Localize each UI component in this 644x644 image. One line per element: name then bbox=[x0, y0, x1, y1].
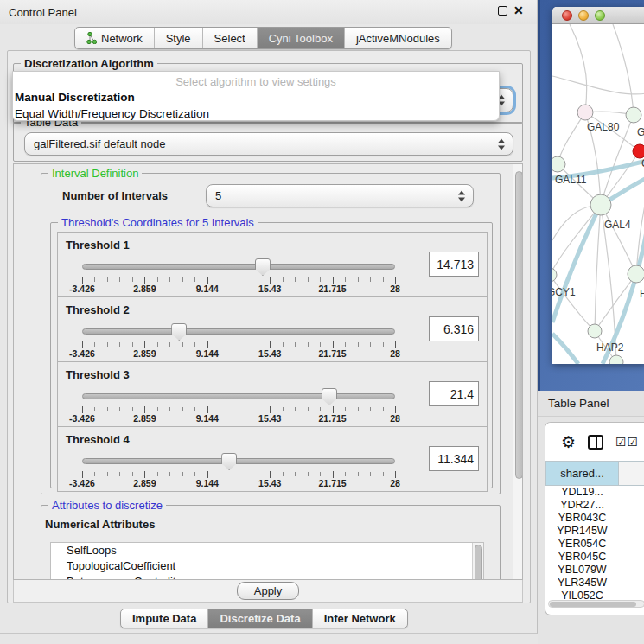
network-window-titlebar[interactable] bbox=[552, 7, 644, 24]
table-cell[interactable]: YBR0 bbox=[619, 512, 644, 525]
table-row[interactable]: YBR043CYBR0 bbox=[546, 512, 644, 525]
numerical-attributes-list[interactable]: SelfLoopsTopologicalCoefficientBetweenne… bbox=[50, 542, 484, 580]
threshold-value-field[interactable]: 21.4 bbox=[429, 381, 479, 406]
threshold-slider[interactable]: -3.4262.8599.14415.4321.71528 bbox=[82, 453, 395, 488]
network-node[interactable] bbox=[590, 194, 611, 215]
tab-impute-data[interactable]: Impute Data bbox=[121, 609, 208, 628]
tab-jactivemnodules[interactable]: jActiveMNodules bbox=[345, 28, 451, 48]
network-graph: GAL80GACGAL11GAL4GCY1HHAP2 bbox=[552, 24, 644, 364]
network-node[interactable] bbox=[552, 156, 565, 172]
table-cell[interactable]: YBR0 bbox=[619, 551, 644, 564]
threshold-label: Threshold 4 bbox=[66, 433, 130, 446]
network-edge-thick bbox=[552, 334, 578, 364]
table-cell[interactable]: YBR045C bbox=[546, 551, 619, 564]
scrollbar-thumb[interactable] bbox=[515, 171, 523, 479]
algorithm-option[interactable]: Manual Discretization bbox=[13, 89, 499, 105]
algorithm-option[interactable]: Equal Width/Frequency Discretization bbox=[13, 105, 499, 122]
thresholds-group: Threshold's Coordinates for 5 Intervals … bbox=[50, 222, 493, 488]
table-cell[interactable]: YDR27... bbox=[546, 499, 619, 512]
mac-close-icon[interactable] bbox=[562, 10, 572, 21]
panel-footer: Apply bbox=[13, 580, 523, 603]
network-edge bbox=[613, 24, 634, 115]
network-edge bbox=[570, 24, 587, 112]
discretization-algorithm-label: Discretization Algorithm bbox=[21, 57, 157, 70]
attributes-list-scrollbar[interactable] bbox=[472, 543, 483, 580]
control-panel-window: Control Panel ✕ NetworkStyleSelectCyni T… bbox=[0, 0, 538, 634]
tick-label: 9.144 bbox=[196, 348, 219, 359]
mac-zoom-icon[interactable] bbox=[595, 10, 605, 21]
slider-thumb[interactable] bbox=[171, 323, 187, 341]
tick-label: 15.43 bbox=[258, 348, 281, 359]
number-of-intervals-spinner[interactable]: 5 bbox=[206, 184, 474, 207]
table-cell[interactable]: YPR145W bbox=[546, 525, 619, 538]
attribute-list-item[interactable]: SelfLoops bbox=[51, 543, 483, 558]
network-canvas[interactable]: GAL80GACGAL11GAL4GCY1HHAP2 bbox=[552, 24, 644, 364]
network-node[interactable] bbox=[577, 105, 593, 120]
float-window-icon[interactable] bbox=[498, 6, 507, 16]
table-cell[interactable]: YDL1 bbox=[619, 486, 644, 499]
table-horizontal-scrollbar[interactable] bbox=[548, 600, 644, 608]
tab-label: Select bbox=[214, 32, 245, 45]
node-attribute-table[interactable]: shared...name YDL19...YDL1YDR27...YDR2YB… bbox=[545, 461, 644, 603]
tick-label: 2.859 bbox=[133, 284, 156, 294]
table-row[interactable]: YLR345WYLR3 bbox=[546, 577, 644, 590]
threshold-value-field[interactable]: 6.316 bbox=[429, 316, 479, 341]
threshold-value-field[interactable]: 14.713 bbox=[429, 252, 479, 277]
gear-icon[interactable]: ⚙ bbox=[561, 434, 576, 450]
slider-thumb[interactable] bbox=[255, 258, 271, 276]
network-node[interactable] bbox=[588, 324, 602, 338]
table-cell[interactable]: YBR043C bbox=[546, 512, 619, 525]
table-cell[interactable]: YLR3 bbox=[619, 577, 644, 590]
threshold-slider[interactable]: -3.4262.8599.14415.4321.71528 bbox=[82, 323, 395, 358]
interval-definition-label: Interval Definition bbox=[48, 167, 142, 180]
network-node[interactable] bbox=[552, 268, 557, 282]
network-node[interactable] bbox=[628, 265, 644, 283]
network-node[interactable] bbox=[633, 144, 644, 158]
table-row[interactable]: YBR045CYBR0 bbox=[546, 551, 644, 564]
split-columns-icon[interactable] bbox=[588, 435, 603, 450]
attributes-group: Attributes to discretize Numerical Attri… bbox=[41, 505, 501, 580]
attribute-list-item[interactable]: BetweennessCentrality bbox=[51, 574, 483, 580]
tab-cyni-toolbox[interactable]: Cyni Toolbox bbox=[258, 28, 345, 48]
close-icon[interactable]: ✕ bbox=[513, 3, 524, 17]
slider-thumb[interactable] bbox=[221, 453, 237, 470]
tick-label: 9.144 bbox=[196, 413, 219, 424]
slider-thumb[interactable] bbox=[322, 388, 337, 405]
table-row[interactable]: YER054CYER0 bbox=[546, 538, 644, 551]
table-row[interactable]: YDL19...YDL1 bbox=[546, 486, 644, 499]
table-row[interactable]: YPR145WYPR1 bbox=[546, 525, 644, 538]
mac-minimize-icon[interactable] bbox=[578, 10, 589, 21]
table-cell[interactable]: YER0 bbox=[619, 538, 644, 551]
table-cell[interactable]: YBL0 bbox=[619, 564, 644, 577]
table-column-header[interactable]: name bbox=[619, 462, 644, 486]
tick-label: 15.43 bbox=[258, 284, 281, 294]
network-node-label: H bbox=[640, 288, 644, 300]
threshold-slider[interactable]: -3.4262.8599.14415.4321.71528 bbox=[82, 258, 395, 293]
table-data-combo[interactable]: galFiltered.sif default node bbox=[24, 132, 513, 156]
table-cell[interactable]: YDL19... bbox=[546, 486, 619, 499]
checkbox-icons[interactable]: ☑☑ bbox=[615, 435, 639, 449]
settings-vertical-scrollbar[interactable] bbox=[513, 164, 523, 579]
tab-network[interactable]: Network bbox=[75, 28, 155, 48]
number-of-intervals-label: Number of Intervals bbox=[62, 189, 168, 202]
tab-label: Cyni Toolbox bbox=[269, 32, 333, 45]
tab-infer-network[interactable]: Infer Network bbox=[313, 609, 407, 628]
table-column-header[interactable]: shared... bbox=[546, 462, 619, 486]
network-node[interactable] bbox=[626, 107, 641, 123]
tab-style[interactable]: Style bbox=[155, 28, 203, 48]
table-row[interactable]: YDR27...YDR2 bbox=[546, 499, 644, 512]
threshold-slider[interactable]: -3.4262.8599.14415.4321.71528 bbox=[82, 388, 395, 423]
table-cell[interactable]: YLR345W bbox=[546, 577, 619, 590]
table-cell[interactable]: YER054C bbox=[546, 538, 619, 551]
tab-select[interactable]: Select bbox=[203, 28, 258, 48]
tab-label: Infer Network bbox=[324, 612, 396, 625]
table-cell[interactable]: YDR2 bbox=[619, 499, 644, 512]
table-cell[interactable]: YBL079W bbox=[546, 564, 619, 577]
apply-button[interactable]: Apply bbox=[237, 582, 299, 600]
network-node[interactable] bbox=[609, 355, 623, 364]
threshold-value-field[interactable]: 11.344 bbox=[429, 446, 479, 471]
attribute-list-item[interactable]: TopologicalCoefficient bbox=[51, 558, 483, 574]
table-cell[interactable]: YPR1 bbox=[619, 525, 644, 538]
table-row[interactable]: YBL079WYBL0 bbox=[546, 564, 644, 577]
tab-discretize-data[interactable]: Discretize Data bbox=[208, 609, 312, 628]
